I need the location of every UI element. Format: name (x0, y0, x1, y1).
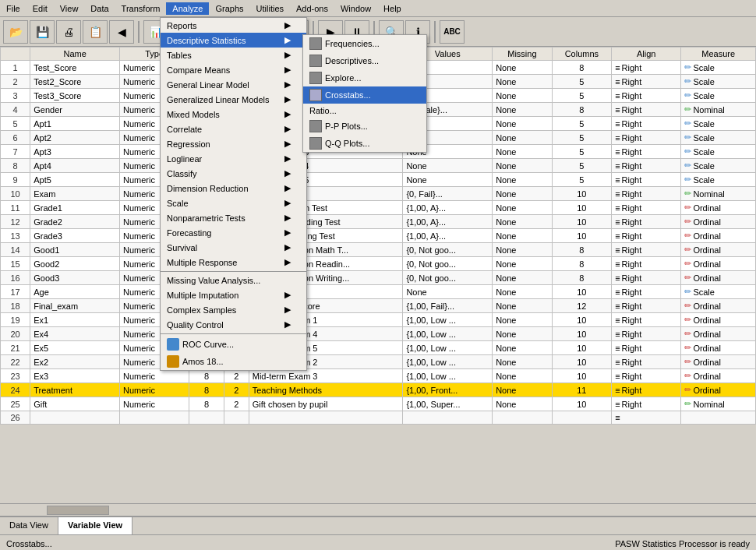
cell-values[interactable]: {1,00, Low ... (403, 369, 493, 383)
cell-name[interactable]: Test3_Score (30, 89, 120, 103)
cell-label[interactable]: Mid-term Exam 3 (249, 369, 403, 383)
cell-name[interactable]: Ex3 (30, 369, 120, 383)
cell-values[interactable] (403, 411, 493, 425)
cell-missing[interactable]: None (493, 313, 553, 327)
cell-missing[interactable]: None (493, 355, 553, 369)
cell-name[interactable]: Apt5 (30, 173, 120, 187)
cell-name[interactable]: Ex2 (30, 355, 120, 369)
cell-missing[interactable] (493, 411, 553, 425)
table-row[interactable]: 15 Good2 Numeric 8 2 Performance on Read… (1, 257, 756, 271)
dialog-button[interactable]: 📋 (83, 20, 108, 44)
cell-missing[interactable]: None (493, 61, 553, 75)
cell-align[interactable]: ≡ Right (612, 341, 681, 355)
cell-missing[interactable]: None (493, 257, 553, 271)
cell-measure[interactable]: ✏ Ordinal (681, 215, 756, 229)
cell-missing[interactable]: None (493, 369, 553, 383)
cell-missing[interactable]: None (493, 229, 553, 243)
cell-name[interactable]: Apt2 (30, 131, 120, 145)
cell-columns[interactable]: 5 (552, 145, 612, 159)
cell-measure[interactable]: ✏ Ordinal (681, 355, 756, 369)
cell-align[interactable]: ≡ Right (612, 145, 681, 159)
cell-values[interactable]: {1,00, A}... (403, 215, 493, 229)
table-row[interactable]: 17 Age Numeric 8 2 Age None None 10 ≡ Ri… (1, 285, 756, 299)
cell-columns[interactable]: 10 (552, 355, 612, 369)
cell-name[interactable]: Good3 (30, 271, 120, 285)
cell-values[interactable]: {1,00, Front... (403, 383, 493, 397)
menu-gen-linear-models[interactable]: Generalized Linear Models▶ (161, 92, 306, 107)
submenu-descriptives[interactable]: Descriptives... (303, 52, 426, 69)
cell-align[interactable]: ≡ Right (612, 355, 681, 369)
cell-name[interactable]: Grade1 (30, 201, 120, 215)
cell-name[interactable]: Ex1 (30, 313, 120, 327)
cell-name[interactable]: Gift (30, 397, 120, 411)
table-row[interactable]: 10 Exam Numeric 8 2 Exam {0, Fail}... No… (1, 187, 756, 201)
cell-missing[interactable]: None (493, 299, 553, 313)
cell-type[interactable]: Numeric (120, 383, 189, 397)
cell-columns[interactable]: 10 (552, 201, 612, 215)
cell-label[interactable] (249, 411, 403, 425)
cell-name[interactable]: Gender (30, 103, 120, 117)
cell-columns[interactable]: 10 (552, 229, 612, 243)
cell-missing[interactable]: None (493, 215, 553, 229)
cell-align[interactable]: ≡ Right (612, 271, 681, 285)
menu-tables[interactable]: Tables▶ (161, 48, 306, 62)
cell-missing[interactable]: None (493, 397, 553, 411)
cell-name[interactable]: Good2 (30, 257, 120, 271)
cell-align[interactable]: ≡ Right (612, 397, 681, 411)
col-header-align[interactable]: Align (612, 48, 681, 61)
cell-missing[interactable]: None (493, 187, 553, 201)
cell-values[interactable]: None (403, 159, 493, 173)
table-row[interactable]: 13 Grade3 Numeric 8 2 Grade on Writing T… (1, 229, 756, 243)
cell-measure[interactable]: ✏ Scale (681, 145, 756, 159)
cell-measure[interactable]: ✏ Scale (681, 89, 756, 103)
cell-missing[interactable]: None (493, 243, 553, 257)
cell-dec[interactable]: 2 (224, 397, 249, 411)
menu-loglinear[interactable]: Loglinear▶ (161, 151, 306, 166)
menu-scale[interactable]: Scale▶ (161, 196, 306, 210)
menu-survival[interactable]: Survival▶ (161, 240, 306, 255)
cell-name[interactable]: Grade2 (30, 215, 120, 229)
menu-addons[interactable]: Add-ons (290, 2, 334, 15)
menu-multiple-imputation[interactable]: Multiple Imputation▶ (161, 287, 306, 302)
cell-values[interactable]: {1,00, Low ... (403, 327, 493, 341)
cell-columns[interactable]: 10 (552, 215, 612, 229)
table-row[interactable]: 20 Ex4 Numeric 8 2 Mid-term Exam 4 {1,00… (1, 327, 756, 341)
cell-align[interactable]: ≡ (612, 411, 681, 425)
menu-amos[interactable]: Amos 18... (161, 353, 306, 370)
table-row[interactable]: 8 Apt4 Numeric 8 2 Aptitude Test 4 None … (1, 159, 756, 173)
cell-columns[interactable]: 5 (552, 131, 612, 145)
cell-values[interactable]: {0, Not goo... (403, 257, 493, 271)
cell-align[interactable]: ≡ Right (612, 89, 681, 103)
cell-values[interactable]: {1,00, Low ... (403, 341, 493, 355)
cell-missing[interactable]: None (493, 145, 553, 159)
menu-descriptive-stats[interactable]: Descriptive Statistics▶ (161, 33, 306, 48)
col-header-measure[interactable]: Measure (681, 48, 756, 61)
cell-align[interactable]: ≡ Right (612, 131, 681, 145)
cell-align[interactable]: ≡ Right (612, 187, 681, 201)
table-row[interactable]: 9 Apt5 Numeric 8 2 Aptitude Test 5 None … (1, 173, 756, 187)
horizontal-scrollbar[interactable] (0, 503, 756, 516)
cell-align[interactable]: ≡ Right (612, 327, 681, 341)
cell-missing[interactable]: None (493, 201, 553, 215)
menu-analyze[interactable]: Analyze (166, 2, 209, 15)
cell-missing[interactable]: None (493, 103, 553, 117)
cell-measure[interactable]: ✏ Ordinal (681, 257, 756, 271)
cell-missing[interactable]: None (493, 341, 553, 355)
cell-measure[interactable]: ✏ Scale (681, 173, 756, 187)
cell-name[interactable] (30, 411, 120, 425)
cell-measure[interactable] (681, 411, 756, 425)
cell-columns[interactable]: 5 (552, 117, 612, 131)
cell-name[interactable]: Apt4 (30, 159, 120, 173)
menu-graphs[interactable]: Graphs (209, 2, 249, 15)
table-row[interactable]: 19 Ex1 Numeric 8 2 Mid-term Exam 1 {1,00… (1, 313, 756, 327)
cell-missing[interactable]: None (493, 159, 553, 173)
cell-name[interactable]: Treatment (30, 383, 120, 397)
cell-name[interactable]: Good1 (30, 243, 120, 257)
cell-values[interactable]: {1,00, Low ... (403, 313, 493, 327)
submenu-ratio[interactable]: Ratio... (303, 104, 426, 118)
submenu-pp-plots[interactable]: P-P Plots... (303, 118, 426, 135)
menu-window[interactable]: Window (334, 2, 377, 15)
cell-dec[interactable]: 2 (224, 369, 249, 383)
cell-measure[interactable]: ✏ Scale (681, 117, 756, 131)
menu-reports[interactable]: Reports▶ (161, 18, 306, 33)
